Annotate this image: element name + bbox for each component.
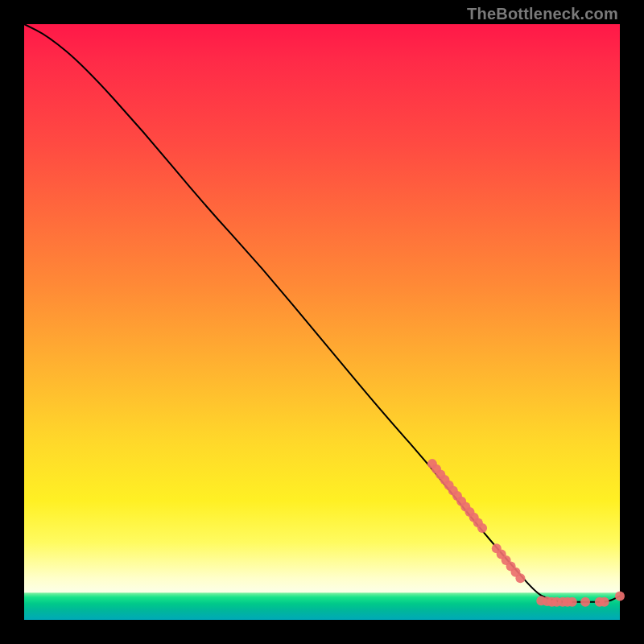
marker-bottom-row [600, 597, 609, 607]
attribution-text: TheBottleneck.com [467, 5, 618, 23]
marker-mid-cluster [515, 573, 525, 583]
marker-dense-cluster [477, 523, 487, 533]
marker-bottom-row [568, 597, 577, 607]
marker-bottom-row [580, 597, 590, 607]
marker-layer [427, 459, 625, 607]
marker-bottom-row [615, 591, 625, 601]
plot-area [24, 24, 620, 620]
outer-frame: TheBottleneck.com [0, 0, 644, 644]
main-curve [24, 24, 620, 602]
chart-svg [24, 24, 620, 620]
